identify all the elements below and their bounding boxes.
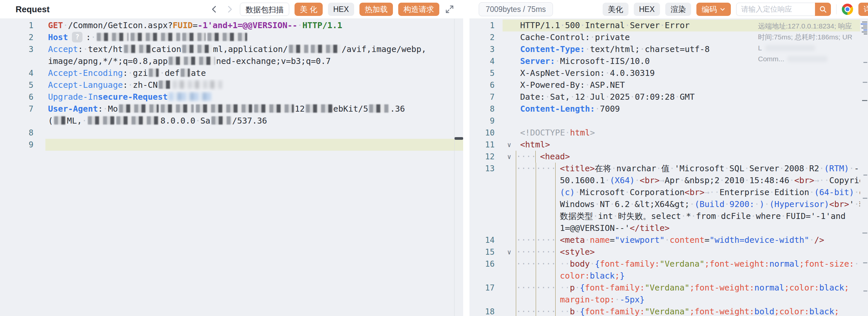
code-line-11[interactable]: 11<html> <box>469 139 868 151</box>
code-text: Accept:·text/htcationml,application//avi… <box>45 43 463 67</box>
line-number: 18 <box>469 306 503 316</box>
token: : <box>123 68 128 78</box>
detail-button[interactable]: 详 <box>858 3 868 16</box>
token: Mo <box>108 104 118 114</box>
token: · <box>128 68 133 78</box>
token: { <box>595 259 600 268</box>
line-number: 3 <box>0 43 45 67</box>
history-next-icon[interactable] <box>225 4 235 14</box>
line-number: 3 <box>469 43 503 55</box>
code-line-5[interactable]: 5X-AspNet-Version:·4.0.30319 <box>469 67 868 79</box>
token: private <box>595 32 630 42</box>
token: } <box>640 295 645 305</box>
token: nvarchar <box>616 164 656 173</box>
token: · <box>593 211 598 221</box>
chrome-browser-icon[interactable] <box>842 4 853 15</box>
hex-request-button[interactable]: HEX <box>328 3 354 16</box>
response-editor[interactable]: 1HTTP/1.1·500·Internal·Server·Error2Cach… <box>469 19 868 316</box>
code-line-14[interactable]: 14<meta·name="viewport"·content="width=d… <box>469 234 868 246</box>
response-toolbar: 美化 HEX 渲染 编码 详 <box>602 3 868 16</box>
encode-dropdown-button[interactable]: 编码 <box>696 3 731 16</box>
code-line-18[interactable]: 18··b·{font-family:"Verdana";font-weight… <box>469 306 868 316</box>
code-line-1[interactable]: 1HTTP/1.1·500·Internal·Server·Error <box>469 20 868 31</box>
token: → <box>814 176 819 185</box>
token: · <box>580 21 585 30</box>
token: normal <box>769 259 799 268</box>
code-line-7[interactable]: 7User-Agent:·Mo12ebKit/5.36(ML,·8.0.0.0·… <box>0 103 463 127</box>
redacted-block <box>182 45 212 53</box>
code-text: Accept-Encoding:·gzi·defate <box>45 67 463 79</box>
token: → <box>660 176 664 185</box>
minimap-mark <box>862 22 867 23</box>
token: : <box>849 259 854 268</box>
code-line-4[interactable]: 4Server:·Microsoft-IIS/10.0 <box>469 55 868 67</box>
token: · <box>779 164 784 173</box>
token: Server <box>749 164 779 173</box>
code-line-15[interactable]: 15<style> <box>469 246 868 258</box>
token: normal <box>754 283 784 292</box>
code-line-17[interactable]: 17··p·{font-family:"Verdana";font-weight… <box>469 282 868 306</box>
fullscreen-expand-icon[interactable] <box>444 4 455 14</box>
token: · <box>160 68 165 78</box>
code-line-16[interactable]: 16··body·{font-family:"Verdana";font-wei… <box>469 258 868 282</box>
token: Cache-Control: <box>520 32 590 42</box>
search-button[interactable] <box>815 3 831 16</box>
code-line-8[interactable]: 8Content-Length:·7009 <box>469 103 868 115</box>
token: <br> <box>640 176 660 185</box>
line-number: 10 <box>469 127 503 139</box>
minimap[interactable] <box>860 19 868 316</box>
code-line-3[interactable]: 3Accept:·text/htcationml,application//av… <box>0 43 463 67</box>
code-line-10[interactable]: 10<!DOCTYPE·html> <box>469 127 868 139</box>
fold-chevron-icon[interactable] <box>503 139 516 151</box>
line-number: 6 <box>0 91 45 103</box>
code-text: Content-Length:·7009 <box>516 103 868 115</box>
token: def <box>165 68 180 78</box>
token: "Verdana" <box>645 307 689 316</box>
fold-chevron-icon[interactable] <box>503 151 516 163</box>
construct-request-button[interactable]: 构造请求 <box>398 3 439 16</box>
code-line-8[interactable]: 8 <box>0 127 463 139</box>
code-text: Content-Type:·text/html;·charset=utf-8 <box>516 43 868 55</box>
request-scrollbar-thumb[interactable] <box>455 137 463 140</box>
hex-response-button[interactable]: HEX <box>634 3 660 16</box>
packet-scan-button[interactable]: 数据包扫描 <box>240 3 289 16</box>
token: · <box>854 259 859 268</box>
redacted-block <box>168 57 215 65</box>
code-line-12[interactable]: 12<head> <box>469 151 868 163</box>
fold-chevron-icon[interactable] <box>503 246 516 258</box>
code-line-6[interactable]: 6Upgrade-Insecure-Request <box>0 91 463 103</box>
code-line-1[interactable]: 1GET·/Common/GetIcon.aspx?FUID=-1'and+1=… <box>0 20 463 31</box>
token: · <box>63 21 68 30</box>
line-number: 9 <box>0 139 45 151</box>
code-line-9[interactable]: 9 <box>0 139 463 151</box>
token: · <box>613 211 618 221</box>
code-line-4[interactable]: 4Accept-Encoding:·gzi·defate <box>0 67 463 79</box>
code-line-5[interactable]: 5Accept-Language:·zh-CN <box>0 79 463 91</box>
beautify-request-button[interactable]: 美 化 <box>294 3 322 16</box>
redacted-block <box>168 92 212 101</box>
code-text: Date:·Sat,·12·Jul·2025·07:09:28·GMT <box>516 91 868 103</box>
line-number: 2 <box>0 31 45 43</box>
code-line-6[interactable]: 6X-Powered-By:·ASP.NET <box>469 79 868 91</box>
code-line-13[interactable]: 13<title>在将·nvarchar·值·'Microsoft·SQL·Se… <box>469 163 868 234</box>
code-line-7[interactable]: 7Date:·Sat,·12·Jul·2025·07:09:28·GMT <box>469 91 868 103</box>
code-text: GET·/Common/GetIcon.aspx?FUID=-1'and+1=@… <box>45 20 463 31</box>
token: ml,application/ <box>213 44 288 54</box>
code-line-2[interactable]: 2Cache-Control:·private <box>469 31 868 43</box>
hot-reload-button[interactable]: 热加载 <box>360 3 393 16</box>
history-prev-icon[interactable] <box>209 4 219 14</box>
request-scroll-gutter <box>454 19 455 316</box>
line-number: 6 <box>469 79 503 91</box>
line-number: 4 <box>469 55 503 67</box>
request-editor[interactable]: 1GET·/Common/GetIcon.aspx?FUID=-1'and+1=… <box>0 19 463 316</box>
token: <style> <box>560 247 595 257</box>
token: > <box>590 128 595 137</box>
render-button[interactable]: 渲染 <box>665 3 691 16</box>
token: : <box>78 44 83 54</box>
beautify-response-button[interactable]: 美化 <box>602 3 628 16</box>
token: · <box>103 104 108 114</box>
code-line-2[interactable]: 2Host?:· <box>0 31 463 43</box>
response-search-input[interactable] <box>736 3 815 16</box>
code-line-9[interactable]: 9 <box>469 115 868 127</box>
code-line-3[interactable]: 3Content-Type:·text/html;·charset=utf-8 <box>469 43 868 55</box>
